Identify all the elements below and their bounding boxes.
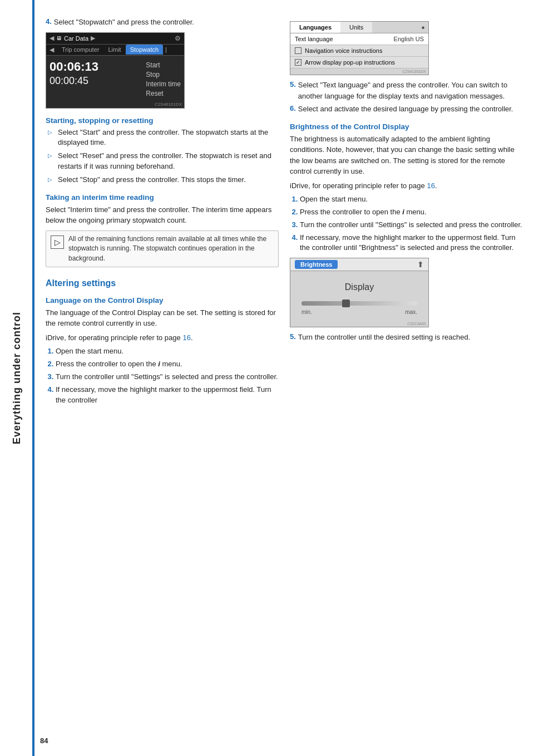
brightness-step3: Turn the controller until "Settings" is … bbox=[300, 220, 523, 230]
bullet-reset: Select "Reset" and press the controller.… bbox=[48, 151, 279, 172]
screen-title-bar: ◀ 🖥 Car Data ▶ ⚙ bbox=[46, 33, 184, 45]
stopwatch-screen: ◀ 🖥 Car Data ▶ ⚙ ◀ Trip computer Limit S… bbox=[46, 32, 185, 109]
right-column: Languages Units ● Text language English … bbox=[290, 17, 523, 409]
lang-indicator: ● bbox=[418, 22, 428, 33]
step5b-line: 5. Turn the controller until the desired… bbox=[290, 332, 523, 343]
screen-tab-bar: ◀ Trip computer Limit Stopwatch | bbox=[46, 45, 184, 56]
languages-screen: Languages Units ● Text language English … bbox=[290, 21, 429, 75]
screen2-watermark: C2S41301DX bbox=[290, 68, 428, 75]
brightness-step2: Press the controller to open the i menu. bbox=[300, 207, 523, 218]
step4-line: 4. Select "Stopwatch" and press the cont… bbox=[46, 17, 279, 28]
info-box: ▷ All of the remaining functions remain … bbox=[46, 230, 279, 267]
lang-row-text: Text language English US bbox=[290, 33, 428, 45]
brightness-steps-list: Open the start menu. Press the controlle… bbox=[300, 194, 523, 253]
screen-menu: Start Stop Interim time Reset bbox=[146, 59, 181, 97]
lang-body1: The language of the Control Display can … bbox=[46, 307, 279, 329]
sidebar-label: Everything under control bbox=[0, 0, 33, 756]
brightness-heading: Brightness of the Control Display bbox=[290, 122, 523, 131]
screen-times: 00:06:13 00:00:45 bbox=[50, 59, 141, 97]
screen1-watermark: C2S46101DX bbox=[46, 101, 184, 108]
bullet-stop: Select "Stop" and press the controller. … bbox=[48, 175, 279, 185]
lang-steps-list: Open the start menu. Press the controlle… bbox=[56, 346, 279, 405]
brightness-idrive: iDrive, for operating principle refer to… bbox=[290, 180, 523, 192]
lang-step4: If necessary, move the highlight marker … bbox=[56, 385, 279, 406]
section2-body: Select "Interim time" and press the cont… bbox=[46, 204, 279, 226]
main-content: 4. Select "Stopwatch" and press the cont… bbox=[40, 0, 534, 426]
brightness-slider bbox=[301, 301, 417, 306]
step6-line: 6. Select and activate the desired langu… bbox=[290, 104, 523, 115]
info-icon: ▷ bbox=[51, 235, 64, 249]
bullet-list: Select "Start" and press the controller.… bbox=[48, 127, 279, 185]
brightness-step4: If necessary, move the highlight marker … bbox=[300, 233, 523, 254]
voice-checkbox bbox=[295, 47, 301, 54]
info-text: All of the remaining functions remain av… bbox=[68, 234, 274, 263]
brightness-screen: Brightness ⬆ Display min. max. C2S13A00 bbox=[290, 258, 429, 327]
car-data-label: ◀ 🖥 Car Data ▶ bbox=[50, 35, 95, 42]
brightness-labels: min. max. bbox=[296, 309, 423, 315]
lang-tab-languages: Languages bbox=[290, 22, 340, 33]
lang-step2: Press the controller to open the i menu. bbox=[56, 359, 279, 370]
step5-line: 5. Select "Text language" and press the … bbox=[290, 80, 523, 101]
lang-idrive: iDrive, for operating principle refer to… bbox=[46, 332, 279, 343]
section1-heading: Starting, stopping or resetting bbox=[46, 116, 279, 125]
screen-body: 00:06:13 00:00:45 Start Stop Interim tim… bbox=[46, 56, 184, 101]
brightness-title-bar: Brightness ⬆ bbox=[290, 258, 428, 271]
lang-row-arrow: ✓ Arrow display pop-up instructions bbox=[290, 57, 428, 68]
lang-tab-units: Units bbox=[340, 22, 372, 33]
section2-heading: Taking an interim time reading bbox=[46, 193, 279, 202]
lang-screen-tabs: Languages Units ● bbox=[290, 22, 428, 33]
page-number: 84 bbox=[40, 737, 48, 745]
left-column: 4. Select "Stopwatch" and press the cont… bbox=[46, 17, 279, 409]
left-border bbox=[32, 0, 34, 756]
lang-step1: Open the start menu. bbox=[56, 346, 279, 357]
arrow-checkbox: ✓ bbox=[295, 59, 301, 66]
brightness-body-screen: Display min. max. bbox=[290, 271, 428, 321]
bullet-start: Select "Start" and press the controller.… bbox=[48, 127, 279, 149]
brightness-step1: Open the start menu. bbox=[300, 194, 523, 205]
lang-heading: Language on the Control Display bbox=[46, 296, 279, 305]
lang-step3: Turn the controller until "Settings" is … bbox=[56, 372, 279, 382]
lang-row-voice: Navigation voice instructions bbox=[290, 45, 428, 57]
brightness-slider-container bbox=[296, 301, 423, 306]
brightness-thumb bbox=[342, 300, 350, 307]
screen3-watermark: C2S13A00 bbox=[290, 321, 428, 327]
lang-page-link[interactable]: 16 bbox=[182, 333, 190, 342]
altering-heading: Altering settings bbox=[46, 278, 279, 288]
brightness-page-link[interactable]: 16 bbox=[427, 181, 434, 190]
brightness-body: The brightness is automatically adapted … bbox=[290, 134, 523, 177]
